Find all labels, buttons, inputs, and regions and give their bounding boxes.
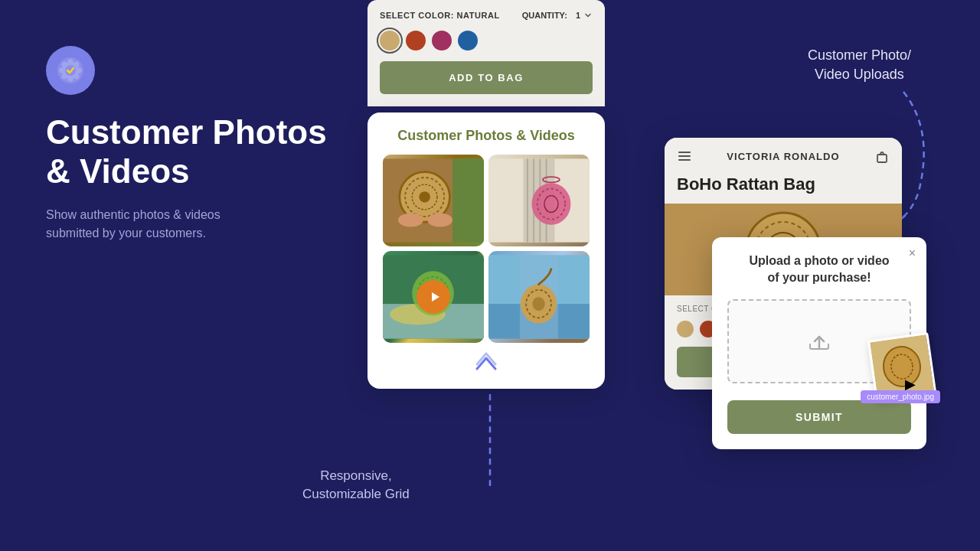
chevron-up-icon bbox=[471, 352, 501, 375]
swatch-berry[interactable] bbox=[432, 31, 452, 51]
svg-point-39 bbox=[532, 297, 544, 311]
svg-point-14 bbox=[419, 191, 430, 203]
photo-cell-3[interactable] bbox=[383, 251, 484, 343]
photo-cell-4 bbox=[488, 251, 590, 343]
swatch-natural[interactable] bbox=[380, 31, 400, 51]
photos-card-title: Customer Photos & Videos bbox=[383, 128, 590, 144]
photo-4-svg bbox=[488, 251, 590, 343]
photos-card: Customer Photos & Videos bbox=[368, 112, 605, 389]
logo-icon bbox=[57, 57, 84, 84]
play-button[interactable] bbox=[416, 280, 450, 314]
upload-arrow[interactable] bbox=[383, 352, 590, 378]
add-to-bag-top-button[interactable]: ADD TO BAG bbox=[380, 61, 593, 94]
product-title: BoHo Rattan Bag bbox=[665, 174, 902, 204]
submit-button[interactable]: SUBMIT bbox=[727, 400, 911, 434]
qty-label: QUANTITY: 1 bbox=[522, 11, 593, 20]
file-badge: customer_photo.jpg bbox=[861, 390, 940, 403]
modal-title: Upload a photo or video of your purchase… bbox=[727, 253, 911, 287]
bottom-label-text: Responsive, Customizable Grid bbox=[302, 468, 410, 501]
brand-name: VICTORIA RONALDO bbox=[727, 151, 839, 162]
upload-icon bbox=[804, 326, 835, 357]
svg-point-16 bbox=[427, 213, 452, 227]
play-icon bbox=[428, 290, 442, 304]
svg-rect-43 bbox=[877, 155, 887, 162]
dragging-photo-svg bbox=[870, 334, 934, 399]
modal-close-button[interactable]: × bbox=[909, 246, 916, 260]
hamburger-icon[interactable] bbox=[677, 148, 692, 164]
swatch-rust[interactable] bbox=[406, 31, 426, 51]
top-bar: SELECT COLOR: NATURAL QUANTITY: 1 ADD TO… bbox=[368, 0, 605, 106]
dashed-arrow-center bbox=[444, 390, 536, 497]
center-card: SELECT COLOR: NATURAL QUANTITY: 1 ADD TO… bbox=[368, 0, 605, 389]
photo-1-svg bbox=[383, 155, 484, 246]
svg-marker-33 bbox=[432, 292, 439, 302]
upload-zone[interactable]: ▶ customer_photo.jpg bbox=[727, 299, 911, 383]
swatch-blue[interactable] bbox=[458, 31, 478, 51]
photos-grid bbox=[383, 155, 590, 343]
top-right-label-text: Customer Photo/ Video Uploads bbox=[808, 47, 911, 82]
photo-cell-1 bbox=[383, 155, 484, 246]
subtitle: Show authentic photos & videos submitted… bbox=[46, 206, 352, 243]
bottom-label: Responsive, Customizable Grid bbox=[302, 467, 410, 504]
svg-point-15 bbox=[398, 213, 423, 227]
upload-modal: × Upload a photo or video of your purcha… bbox=[712, 237, 926, 449]
swatch-sm-1[interactable] bbox=[677, 321, 694, 337]
top-right-label: Customer Photo/ Video Uploads bbox=[808, 46, 911, 84]
phone-nav: VICTORIA RONALDO bbox=[665, 138, 902, 174]
svg-rect-17 bbox=[452, 158, 484, 242]
logo bbox=[46, 46, 95, 95]
left-section: Customer Photos & Videos Show authentic … bbox=[46, 46, 352, 243]
chevron-down-icon bbox=[583, 11, 593, 20]
color-swatches bbox=[380, 31, 593, 51]
color-label: SELECT COLOR: NATURAL bbox=[380, 11, 500, 20]
main-title: Customer Photos & Videos bbox=[46, 113, 352, 191]
photo-2-svg bbox=[488, 155, 590, 246]
color-row: SELECT COLOR: NATURAL QUANTITY: 1 bbox=[380, 11, 593, 20]
photo-cell-2 bbox=[488, 155, 590, 246]
bag-icon[interactable] bbox=[874, 148, 890, 164]
